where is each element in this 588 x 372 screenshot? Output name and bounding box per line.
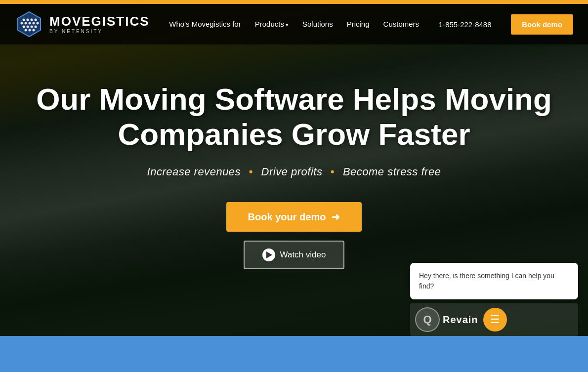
nav-link-solutions[interactable]: Solutions — [302, 20, 333, 28]
revain-brand-text: Revain — [443, 314, 478, 326]
nav-phone: 1-855-222-8488 — [439, 20, 492, 29]
book-demo-nav-button[interactable]: Book demo — [511, 14, 573, 35]
nav-item-products[interactable]: Products — [255, 20, 289, 29]
subtitle-part3: Become stress free — [343, 165, 441, 178]
bottom-blue-section — [0, 336, 588, 372]
hero-subtitle: Increase revenues • Drive profits • Beco… — [147, 165, 441, 178]
svg-point-2 — [27, 19, 29, 21]
nav-item-customers[interactable]: Customers — [383, 20, 420, 29]
chat-footer: Q Revain ☰ — [410, 303, 578, 336]
nav-link-pricing[interactable]: Pricing — [347, 20, 370, 28]
hero-title: Our Moving Software Helps Moving Compani… — [36, 82, 552, 152]
nav-link-products[interactable]: Products — [255, 20, 289, 28]
svg-point-16 — [33, 29, 35, 32]
logo-main-text: MOVEGISTICS — [49, 15, 150, 28]
top-orange-bar — [0, 0, 588, 4]
logo-text: MOVEGISTICS BY NETENSITY — [49, 15, 150, 34]
svg-point-5 — [21, 22, 23, 25]
nav-item-whos-for[interactable]: Who's Movegistics for — [169, 20, 241, 29]
play-icon — [262, 248, 275, 261]
subtitle-dot2: • — [331, 165, 335, 178]
nav-link-customers[interactable]: Customers — [383, 20, 420, 28]
revain-circle-icon: Q — [415, 307, 440, 332]
book-demo-hero-label: Book your demo — [248, 211, 326, 223]
book-demo-nav-label: Book demo — [522, 20, 562, 29]
svg-point-15 — [29, 29, 31, 32]
svg-point-4 — [35, 19, 37, 21]
svg-point-6 — [25, 22, 27, 25]
nav-item-solutions[interactable]: Solutions — [302, 20, 333, 29]
chat-widget: Hey there, is there something I can help… — [410, 263, 578, 336]
play-triangle — [266, 251, 272, 258]
subtitle-part1: Increase revenues — [147, 165, 241, 178]
hero-buttons: Book your demo ➜ Watch video — [226, 202, 362, 269]
book-demo-hero-button[interactable]: Book your demo ➜ — [226, 202, 362, 232]
svg-point-10 — [23, 26, 25, 28]
logo-area: MOVEGISTICS BY NETENSITY — [15, 10, 150, 39]
svg-point-1 — [23, 19, 25, 21]
svg-point-11 — [27, 26, 29, 28]
nav-item-pricing[interactable]: Pricing — [347, 20, 370, 29]
chat-message: Hey there, is there something I can help… — [419, 272, 554, 290]
svg-point-9 — [37, 22, 39, 25]
subtitle-part2: Drive profits — [261, 165, 323, 178]
subtitle-dot1: • — [249, 165, 253, 178]
logo-sub-text: BY NETENSITY — [49, 29, 150, 34]
watch-video-button[interactable]: Watch video — [244, 241, 345, 269]
svg-point-14 — [25, 29, 27, 32]
navbar: MOVEGISTICS BY NETENSITY Who's Movegisti… — [0, 4, 588, 44]
arrow-icon: ➜ — [332, 211, 340, 223]
svg-point-13 — [35, 26, 37, 28]
svg-point-8 — [33, 22, 35, 25]
svg-point-3 — [31, 19, 33, 21]
nav-link-whos-for[interactable]: Who's Movegistics for — [169, 20, 241, 28]
logo-icon — [15, 10, 43, 39]
nav-links: Who's Movegistics for Products Solutions… — [169, 20, 419, 29]
chat-toggle-button[interactable]: ☰ — [483, 308, 507, 331]
svg-point-7 — [29, 22, 31, 25]
logo-svg — [15, 10, 43, 39]
chat-bubble: Hey there, is there something I can help… — [410, 263, 578, 299]
svg-point-12 — [31, 26, 33, 28]
revain-logo: Q Revain — [415, 307, 478, 332]
chat-btn-icon: ☰ — [490, 313, 500, 326]
watch-video-label: Watch video — [280, 250, 326, 260]
revain-q-icon: Q — [423, 313, 431, 326]
